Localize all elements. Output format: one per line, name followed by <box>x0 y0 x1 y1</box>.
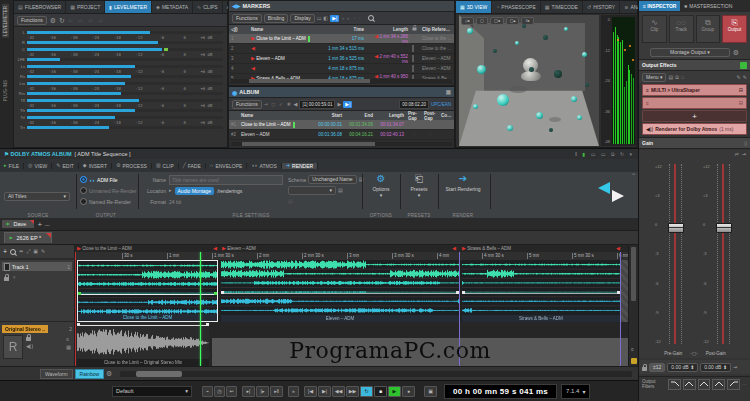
marker-play-icon[interactable]: ▶| <box>330 15 339 22</box>
tab-timecode[interactable]: ▦TIMECODE <box>541 1 583 13</box>
pencil-icon[interactable]: ✎ <box>41 249 45 254</box>
scheme-dropdown[interactable]: Unchanged Name <box>308 175 356 184</box>
remove-tab-button[interactable]: – <box>45 220 49 229</box>
clip-level-envelope[interactable] <box>79 294 216 295</box>
time-display[interactable]: 00 h 00 mn 59 s 041 ms <box>444 384 557 399</box>
tab-history[interactable]: ↺HISTORY <box>583 1 620 13</box>
atmos-object-sphere[interactable] <box>536 112 543 119</box>
loop-button[interactable]: ↻ <box>360 386 373 397</box>
envelope-handle[interactable] <box>78 292 81 295</box>
tab-mastersection[interactable]: ★ MASTERSECTION <box>680 1 735 11</box>
pre-gain-fader[interactable]: +12+30-3-6-9-12 <box>653 164 689 344</box>
envelope-handle[interactable] <box>214 292 217 295</box>
drag-handle-icon[interactable]: ≡ <box>646 87 649 93</box>
more-filters-icon[interactable]: ⋯ <box>742 381 747 387</box>
clip-eleven[interactable]: Eleven – ADM <box>221 260 459 322</box>
markers-display-button[interactable]: Display <box>290 14 314 23</box>
ribbon-tab-fade[interactable]: ╱FADE <box>179 163 206 169</box>
scheme-folder-icon[interactable]: ▤ <box>338 188 343 193</box>
gain-menu-icon[interactable]: ▯ <box>744 140 747 146</box>
gain-range-button[interactable]: ±12 <box>649 363 665 372</box>
tab-metadata[interactable]: ◈METADATA <box>152 1 193 13</box>
marker-row[interactable]: 4 ◀ 4 mn 18 s 875 ms Eleven – ADM <box>229 64 454 74</box>
radio-unnamed[interactable] <box>80 187 87 194</box>
render-name-input[interactable] <box>169 175 283 185</box>
play-pause-button[interactable]: ▸‖ <box>270 386 283 397</box>
add-track-button[interactable]: + <box>3 248 7 255</box>
trash-icon[interactable]: ⊟ <box>739 87 743 93</box>
effects-menu-button[interactable]: Menu ▾ <box>642 73 666 82</box>
marker-row[interactable]: 3 ▶ Eleven – ADM 1 mn 36 s 525 ms ◀ 2 mn… <box>229 54 454 64</box>
tab-3d-view[interactable]: ▦3D VIEW <box>456 1 492 13</box>
copy-icon[interactable]: ⧉ <box>675 75 679 80</box>
ribbon-tab-render[interactable]: ➔RENDER <box>282 163 318 169</box>
filter-band3-button[interactable] <box>712 379 725 390</box>
atmos-object-sphere[interactable] <box>507 125 513 131</box>
montage-tab-2626ep[interactable]: 2626 EP * <box>4 232 52 243</box>
marker-strip[interactable]: ▶ Close to the Limit – ADM ◀ ▶ Eleven – … <box>75 245 628 252</box>
clip-level-envelope[interactable] <box>78 325 208 326</box>
output-option-adm[interactable]: ◖◗ADM File <box>80 174 137 185</box>
format-value[interactable]: 24 bit <box>169 199 181 205</box>
add-tab-button[interactable]: + <box>37 220 42 229</box>
atmos-object-sphere[interactable] <box>582 52 587 57</box>
marker-drop-button[interactable]: ▣ <box>424 386 437 397</box>
forward-button[interactable]: ▶▶ <box>346 386 359 397</box>
render-options-group[interactable]: ⚙ Options▾ <box>366 174 396 198</box>
view-preset-button[interactable]: ◇▸ <box>461 17 474 25</box>
ribbon-tab-insert[interactable]: ◆INSERT <box>79 163 112 169</box>
location-expand-icon[interactable]: ▸ <box>169 188 172 193</box>
atmos-object-sphere[interactable] <box>585 83 589 87</box>
album-next-icon[interactable]: ▶ <box>337 102 341 107</box>
atmos-object-sphere[interactable] <box>543 35 548 40</box>
location-audio-montage-chip[interactable]: Audio Montage <box>175 187 215 195</box>
fader-handle[interactable] <box>716 223 732 233</box>
inspector-clip-button[interactable]: ∿Clip <box>642 15 667 43</box>
marker-flag-2[interactable]: ▶ Eleven – ADM <box>222 245 256 252</box>
ribbon-collapse-icon[interactable]: ⌃ <box>631 172 636 179</box>
quick-access-icons[interactable]: ‖ ▮ ▭ ▭ ⧉ ↻ ▾ <box>575 151 634 158</box>
gear-icon[interactable]: ⚙ <box>106 370 112 377</box>
inspector-track-button[interactable]: ◌◌Track <box>669 15 694 43</box>
atmos-object-sphere[interactable] <box>477 65 486 74</box>
gear-icon[interactable]: ⚙ <box>733 49 739 56</box>
nudge-icon[interactable]: ⇹ <box>19 249 23 254</box>
marker-end-flag[interactable]: ◀ <box>616 245 620 252</box>
left-view-button[interactable]: ▢◂ <box>490 17 504 25</box>
track2-gain-icon[interactable]: ≤ <box>66 337 71 342</box>
atmos-3d-room[interactable]: ◇▸ ▢ ▢◂ ▢▴ ≡▸ <box>459 15 599 146</box>
effect-slot-renderer[interactable]: ◀)) Renderer for Dolby Atmos (1 ms) <box>642 123 747 135</box>
clip-close-to-the-limit[interactable]: Close to the Limit – ADM <box>77 260 218 322</box>
rail-tab-levelmeter[interactable]: LEVELMETER <box>2 4 9 38</box>
scroll-option-icon[interactable]: ≡ <box>631 346 634 352</box>
folder-icon[interactable]: ▤ <box>668 75 673 80</box>
track2-monitor-icon[interactable]: ◀)) <box>26 344 33 349</box>
filter-lowpass-button[interactable] <box>668 379 681 390</box>
filter-band1-button[interactable] <box>683 379 696 390</box>
marker-flag-3[interactable]: ▶ Straws & Bells – ADM <box>462 245 511 252</box>
radio-adm-file[interactable] <box>80 176 87 183</box>
clip-level-envelope[interactable] <box>222 293 458 294</box>
pen-icon[interactable]: ✎ <box>737 75 741 80</box>
link-faders-icon[interactable]: ⇌ <box>735 152 739 157</box>
album-row[interactable]: #1 Close to the Limit – ADM 00:00:00.01 … <box>229 120 454 130</box>
fader-handle[interactable] <box>668 223 684 233</box>
lock-checkbox[interactable] <box>412 35 414 42</box>
inspector-output-button[interactable]: ⎘Output <box>722 15 747 43</box>
play-from-marker-button[interactable]: ▸| <box>242 386 255 397</box>
atmos-object-sphere[interactable] <box>577 115 582 120</box>
album-play-icon[interactable]: ▶| <box>343 101 352 108</box>
play-selection-button[interactable]: |▸ <box>256 386 269 397</box>
clip-level-envelope[interactable] <box>463 293 619 294</box>
playhead-cursor[interactable] <box>200 252 201 366</box>
album-upc-label[interactable]: UPC/EAN <box>431 102 451 107</box>
album-transport-icons[interactable]: ⇥ ◻ ✓ ✱ <box>264 102 292 107</box>
ribbon-tab-envelope[interactable]: ∩ENVELOPE <box>206 163 248 169</box>
clip-original-stereo-mix[interactable]: Close to the Limit – Original Stereo Mix <box>77 322 209 366</box>
markers-functions-button[interactable]: Functions <box>232 14 262 23</box>
meter-mode-icons[interactable]: ▭ ▭ ▭ ▭ <box>68 18 105 23</box>
tab-filebrowser[interactable]: ▤FILEBROWSER <box>14 1 66 13</box>
lock-gain-icon[interactable] <box>642 367 647 371</box>
speed-button[interactable]: » <box>288 386 299 397</box>
markers-binding-button[interactable]: Binding <box>264 14 289 23</box>
